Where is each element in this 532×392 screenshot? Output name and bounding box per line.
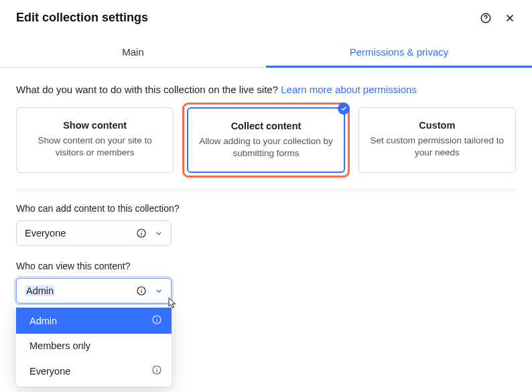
help-icon[interactable] (480, 12, 492, 24)
card-collect-content[interactable]: Collect content Allow adding to your col… (187, 107, 344, 173)
dialog-title: Edit collection settings (16, 11, 148, 25)
option-label: Everyone (29, 366, 151, 377)
tab-permissions[interactable]: Permissions & privacy (266, 37, 532, 67)
add-content-value: Everyone (25, 228, 136, 239)
close-icon[interactable] (504, 12, 516, 24)
check-icon (338, 103, 350, 115)
chevron-down-icon (153, 285, 164, 296)
view-content-dropdown: Admin Members only Everyone (16, 305, 172, 387)
add-content-select[interactable]: Everyone (16, 220, 172, 246)
view-content-select[interactable]: Admin (16, 278, 172, 304)
learn-more-link[interactable]: Learn more about permissions (281, 84, 417, 95)
dropdown-option-members[interactable]: Members only (16, 334, 172, 358)
add-content-label: Who can add content to this collection? (16, 203, 516, 214)
tab-permissions-label: Permissions & privacy (350, 46, 449, 58)
card-custom[interactable]: Custom Set custom permission tailored to… (358, 107, 516, 173)
card-title: Collect content (198, 121, 334, 131)
dropdown-option-everyone[interactable]: Everyone (16, 358, 172, 384)
card-title: Show content (26, 120, 163, 131)
card-desc: Allow adding to your collection by submi… (198, 135, 334, 159)
view-content-value: Admin (25, 285, 55, 296)
card-show-content[interactable]: Show content Show content on your site t… (16, 107, 174, 173)
svg-point-1 (485, 20, 486, 21)
tab-main-label: Main (122, 46, 144, 58)
tab-main[interactable]: Main (0, 37, 266, 67)
svg-point-9 (156, 368, 157, 369)
option-label: Members only (29, 340, 162, 351)
chevron-down-icon (153, 228, 164, 239)
dropdown-option-admin[interactable]: Admin (16, 308, 172, 334)
option-label: Admin (29, 316, 151, 326)
card-title: Custom (369, 120, 506, 131)
svg-point-5 (141, 289, 141, 289)
info-icon[interactable] (136, 228, 147, 239)
card-desc: Set custom permission tailored to your n… (369, 135, 506, 159)
view-content-label: Who can view this content? (16, 261, 516, 271)
svg-point-7 (156, 318, 157, 318)
svg-point-3 (141, 231, 141, 232)
info-icon[interactable] (151, 314, 162, 327)
info-icon[interactable] (136, 285, 147, 296)
card-desc: Show content on your site to visitors or… (26, 135, 163, 159)
info-icon[interactable] (151, 365, 162, 377)
prompt-text: What do you want to do with this collect… (16, 84, 281, 95)
